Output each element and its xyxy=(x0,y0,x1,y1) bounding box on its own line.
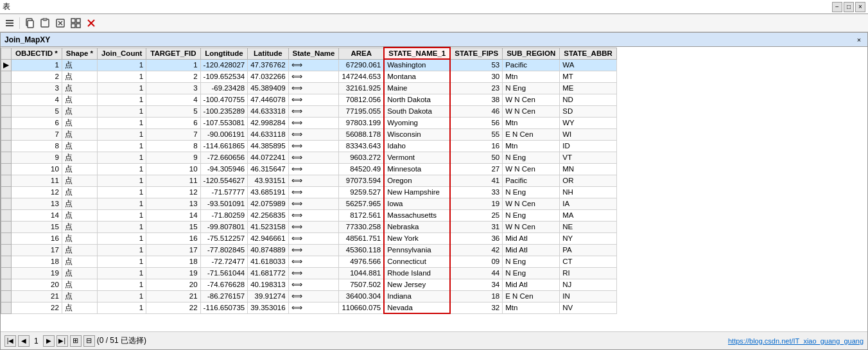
cell-area: 97803.199 xyxy=(339,117,384,128)
cell-target-fid: 12 xyxy=(146,186,200,198)
toolbar-btn-3[interactable] xyxy=(38,16,52,30)
cell-longitude: -120.554627 xyxy=(200,175,248,186)
cell-longitude: -100.470755 xyxy=(200,94,248,105)
cell-target-fid: 10 xyxy=(146,163,200,175)
table-scroll[interactable]: OBJECTID * Shape * Join_Count TARGET_FID… xyxy=(1,47,867,331)
cell-sub-region: Pacific xyxy=(503,59,560,71)
header-state-fips[interactable]: STATE_FIPS xyxy=(450,48,502,59)
cell-shape: 点 xyxy=(62,290,97,302)
cell-join-count: 1 xyxy=(98,117,146,128)
table-row: 19点119-71.56104441.681772⟺1044.881Rhode … xyxy=(1,267,617,279)
toolbar-btn-4[interactable] xyxy=(53,16,67,30)
minimize-button[interactable]: − xyxy=(832,2,842,12)
row-indicator xyxy=(1,279,12,290)
row-indicator xyxy=(1,232,12,244)
cell-latitude: 39.353016 xyxy=(248,302,288,313)
cell-area: 110660.075 xyxy=(339,302,384,313)
cell-state-name: ⟺ xyxy=(288,152,339,163)
cell-latitude: 44.385895 xyxy=(248,140,288,152)
cell-longitude: -72.72477 xyxy=(200,256,248,267)
cell-target-fid: 13 xyxy=(146,198,200,209)
cell-target-fid: 22 xyxy=(146,302,200,313)
cell-state-fips: 33 xyxy=(450,186,502,198)
cell-state-fips: 42 xyxy=(450,244,502,256)
table-row: 16点116-75.51225742.946661⟺48561.751New Y… xyxy=(1,232,617,244)
cell-state-name-1: Nevada xyxy=(384,302,450,313)
cell-state-name-1: Iowa xyxy=(384,198,450,209)
row-indicator xyxy=(1,290,12,302)
cell-objectid: 14 xyxy=(12,209,62,221)
cell-state-abbr: MT xyxy=(560,71,617,82)
svg-rect-10 xyxy=(71,19,75,22)
nav-last-button[interactable]: ▶| xyxy=(56,335,68,347)
cell-state-name-1: Montana xyxy=(384,71,450,82)
header-state-name-1[interactable]: STATE_NAME_1 xyxy=(384,48,450,59)
cell-sub-region: Mtn xyxy=(503,140,560,152)
table-close-button[interactable]: × xyxy=(855,35,864,44)
window-controls: − □ × xyxy=(832,2,865,12)
header-target-fid[interactable]: TARGET_FID xyxy=(146,48,200,59)
cell-state-name: ⟺ xyxy=(288,163,339,175)
cell-state-name-1: New Jersey xyxy=(384,279,450,290)
bottom-link: https://blog.csdn.net/IT_xiao_guang_guan… xyxy=(728,337,864,346)
nav-prev-button[interactable]: ◀ xyxy=(18,335,30,347)
cell-objectid: 18 xyxy=(12,256,62,267)
cell-join-count: 1 xyxy=(98,71,146,82)
cell-latitude: 41.681772 xyxy=(248,267,288,279)
nav-next-button[interactable]: ▶ xyxy=(43,335,55,347)
toolbar-btn-clear[interactable] xyxy=(84,16,98,30)
cell-join-count: 1 xyxy=(98,221,146,232)
cell-area: 56088.178 xyxy=(339,128,384,140)
header-join-count[interactable]: Join_Count xyxy=(98,48,146,59)
nav-table-icon[interactable]: ⊞ xyxy=(70,335,82,347)
cell-state-name-1: Rhode Island xyxy=(384,267,450,279)
header-state-name[interactable]: State_Name xyxy=(288,48,339,59)
data-table: OBJECTID * Shape * Join_Count TARGET_FID… xyxy=(1,47,617,314)
cell-state-abbr: OR xyxy=(560,175,617,186)
header-state-abbr[interactable]: STATE_ABBR xyxy=(560,48,617,59)
cell-state-fips: 23 xyxy=(450,82,502,94)
cell-state-abbr: SD xyxy=(560,105,617,117)
cell-objectid: 17 xyxy=(12,244,62,256)
table-row: 13点113-93.50109142.075989⟺56257.965Iowa1… xyxy=(1,198,617,209)
header-sub-region[interactable]: SUB_REGION xyxy=(503,48,560,59)
cell-area: 97073.594 xyxy=(339,175,384,186)
header-latitude[interactable]: Latitude xyxy=(248,48,288,59)
nav-page: 1 xyxy=(31,337,41,346)
cell-sub-region: E N Cen xyxy=(503,290,560,302)
cell-longitude: -86.276157 xyxy=(200,290,248,302)
cell-latitude: 47.446078 xyxy=(248,94,288,105)
header-longitude[interactable]: Longtitude xyxy=(200,48,248,59)
toolbar-btn-2[interactable] xyxy=(22,16,37,30)
cell-sub-region: W N Cen xyxy=(503,105,560,117)
cell-sub-region: N Eng xyxy=(503,209,560,221)
table-container: OBJECTID * Shape * Join_Count TARGET_FID… xyxy=(1,47,867,349)
cell-longitude: -99.807801 xyxy=(200,221,248,232)
header-shape[interactable]: Shape * xyxy=(62,48,97,59)
cell-state-name: ⟺ xyxy=(288,105,339,117)
maximize-button[interactable]: □ xyxy=(844,2,854,12)
cell-sub-region: Mtn xyxy=(503,302,560,313)
header-objectid[interactable]: OBJECTID * xyxy=(12,48,62,59)
toolbar-options-button[interactable] xyxy=(3,16,17,30)
nav-first-button[interactable]: |◀ xyxy=(4,335,16,347)
nav-options-icon[interactable]: ⊟ xyxy=(83,335,95,347)
cell-state-name: ⟺ xyxy=(288,175,339,186)
cell-join-count: 1 xyxy=(98,232,146,244)
close-button[interactable]: × xyxy=(855,2,865,12)
table-row: 10点110-94.30594646.315647⟺84520.49Minnes… xyxy=(1,163,617,175)
cell-state-fips: 19 xyxy=(450,198,502,209)
cell-state-name-1: Wyoming xyxy=(384,117,450,128)
cell-longitude: -69.23428 xyxy=(200,82,248,94)
toolbar-btn-5[interactable] xyxy=(69,16,83,30)
cell-latitude: 44.633118 xyxy=(248,128,288,140)
svg-rect-2 xyxy=(6,25,13,26)
cell-shape: 点 xyxy=(62,279,97,290)
cell-state-fips: 53 xyxy=(450,59,502,71)
cell-longitude: -100.235289 xyxy=(200,105,248,117)
cell-state-fips: 16 xyxy=(450,140,502,152)
cell-join-count: 1 xyxy=(98,175,146,186)
header-area[interactable]: AREA xyxy=(339,48,384,59)
delete-icon xyxy=(55,18,65,28)
cell-state-abbr: NJ xyxy=(560,279,617,290)
